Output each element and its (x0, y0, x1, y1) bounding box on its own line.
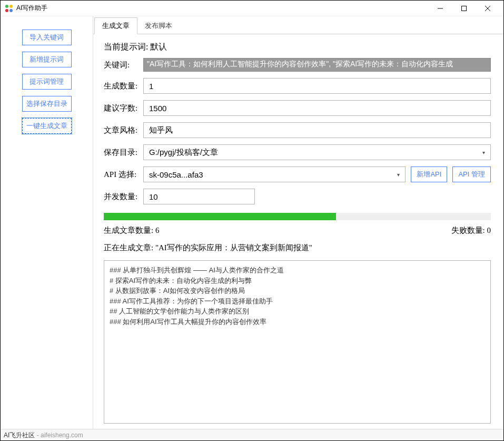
log-output[interactable]: ### 从单打独斗到共创辉煌 —— AI与人类作家的合作之道# 探索AI写作的未… (104, 260, 491, 424)
savedir-combo[interactable]: G:/pygj/投稿客/文章 ▾ (143, 144, 491, 160)
manage-prompts-button[interactable]: 提示词管理 (22, 74, 72, 90)
footer: AI飞升社区 - aifeisheng.com (1, 429, 503, 440)
api-label: API 选择: (104, 170, 143, 180)
style-input[interactable] (143, 122, 491, 138)
tab-publish[interactable]: 发布脚本 (137, 18, 180, 34)
app-icon (5, 4, 13, 13)
add-prompt-button[interactable]: 新增提示词 (22, 52, 72, 67)
tab-bar: 生成文章 发布脚本 (93, 16, 503, 34)
words-input[interactable] (143, 100, 491, 116)
log-line: ## 人工智能的文学创作能力与人类作家的区别 (110, 306, 485, 317)
footer-site: - aifeisheng.com (35, 432, 83, 439)
chevron-down-icon: ▾ (397, 172, 400, 178)
maximize-icon (461, 6, 467, 11)
count-input[interactable] (143, 78, 491, 94)
chevron-down-icon: ▾ (482, 150, 485, 155)
keyword-input[interactable]: "AI写作工具：如何利用人工智能提升你的内容创作效率", "探索AI写作的未来：… (143, 58, 491, 72)
count-label: 生成数量: (104, 81, 143, 91)
style-label: 文章风格: (104, 125, 143, 135)
add-api-button[interactable]: 新增API (411, 166, 447, 182)
footer-brand: AI飞升社区 (4, 432, 35, 439)
failed-count: 失败数量: 0 (451, 226, 491, 236)
minimize-button[interactable] (428, 1, 452, 16)
savedir-label: 保存目录: (104, 148, 143, 158)
concurrency-input[interactable] (143, 189, 255, 204)
log-line: ### 从单打独斗到共创辉煌 —— AI与人类作家的合作之道 (110, 265, 485, 276)
choose-save-dir-button[interactable]: 选择保存目录 (22, 96, 72, 112)
close-icon (485, 6, 490, 11)
savedir-value: G:/pygj/投稿客/文章 (149, 148, 218, 158)
current-prompt-label: 当前提示词: 默认 (104, 42, 491, 53)
progress-bar (104, 213, 491, 220)
keyword-label: 关键词: (104, 60, 143, 70)
minimize-icon (438, 6, 443, 11)
tab-generate[interactable]: 生成文章 (94, 17, 137, 34)
tab-content: 当前提示词: 默认 关键词: "AI写作工具：如何利用人工智能提升你的内容创作效… (93, 34, 503, 429)
concurrency-label: 并发数量: (104, 192, 143, 202)
words-label: 建议字数: (104, 103, 143, 113)
one-click-generate-button[interactable]: 一键生成文章 (22, 118, 72, 134)
generated-count: 生成文章数量: 6 (104, 226, 159, 236)
log-line: # 从数据到故事：AI如何改变内容创作的格局 (110, 286, 485, 296)
progress-fill (104, 213, 336, 220)
sidebar: 导入关键词 新增提示词 提示词管理 选择保存目录 一键生成文章 (1, 16, 93, 429)
window-title: AI写作助手 (16, 4, 47, 13)
log-line: ### 如何利用AI写作工具大幅提升你的内容创作效率 (110, 317, 485, 327)
api-combo[interactable]: sk-09c5a...afa3 ▾ (143, 166, 406, 182)
svg-rect-1 (461, 6, 466, 11)
current-generating: 正在生成文章: "AI写作的实际应用：从营销文案到新闻报道" (104, 243, 491, 253)
close-button[interactable] (476, 1, 499, 16)
import-keywords-button[interactable]: 导入关键词 (22, 30, 72, 45)
log-line: ### AI写作工具推荐：为你的下一个项目选择最佳助手 (110, 296, 485, 307)
titlebar: AI写作助手 (1, 1, 503, 16)
maximize-button[interactable] (452, 1, 476, 16)
manage-api-button[interactable]: API 管理 (452, 166, 491, 182)
log-line: # 探索AI写作的未来：自动化内容生成的利与弊 (110, 276, 485, 286)
api-value: sk-09c5a...afa3 (149, 170, 203, 179)
main-panel: 生成文章 发布脚本 当前提示词: 默认 关键词: "AI写作工具：如何利用人工智… (93, 16, 503, 429)
